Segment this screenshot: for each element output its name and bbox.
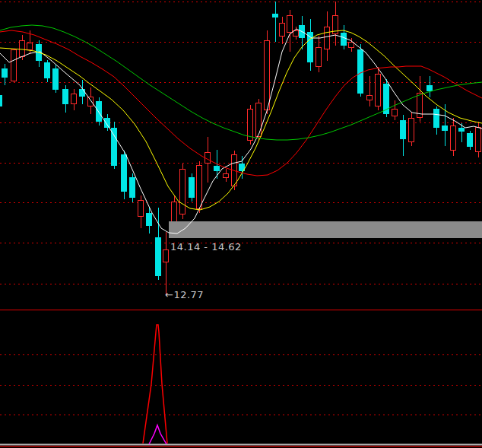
candle-up [280, 24, 285, 37]
candle-up [11, 50, 17, 81]
candle-up [476, 128, 481, 152]
candle-up [293, 31, 299, 37]
candle-up [349, 43, 354, 48]
candle-up [451, 126, 456, 151]
candle-up [376, 75, 381, 106]
candle-down [79, 89, 85, 97]
candle-up [197, 166, 202, 209]
candle-down [52, 68, 59, 90]
candle-down [341, 33, 347, 46]
candle-down [62, 89, 68, 104]
price-range-annotation: 14.14 - 14.62 [170, 242, 242, 252]
candle-down [442, 126, 448, 131]
candle-down [189, 177, 195, 198]
candle-up [138, 201, 144, 217]
candle-down [272, 14, 278, 17]
candle-up [27, 43, 33, 50]
candle-down [111, 128, 117, 166]
candle-down [2, 68, 8, 78]
candle-down [0, 95, 2, 106]
candle-up [392, 110, 398, 116]
candle-down [155, 237, 161, 276]
candle-down [96, 101, 102, 122]
candle-up [265, 41, 270, 110]
candle-up [367, 96, 373, 100]
stock-chart-window: 14.14 - 14.62 ←12.77 [0, 0, 482, 448]
candle-up [172, 202, 177, 224]
candle-up [316, 48, 322, 67]
chart-canvas[interactable] [0, 0, 482, 448]
candle-up [224, 174, 229, 178]
candle-up [163, 250, 169, 262]
indicator-spike-red [143, 325, 167, 443]
price-band [169, 221, 482, 238]
candle-up [180, 170, 186, 214]
indicator-spike-magenta [149, 425, 166, 444]
candle-down [400, 120, 406, 139]
candle-down [433, 109, 439, 128]
candle-down [427, 85, 433, 91]
candle-up [325, 27, 330, 49]
candle-down [129, 177, 135, 198]
candle-down [467, 133, 473, 147]
candle-down [121, 154, 127, 192]
low-price-annotation: ←12.77 [165, 290, 204, 300]
candle-down [146, 213, 152, 226]
candle-up [20, 41, 25, 57]
candle-up [256, 103, 262, 137]
candle-up [88, 97, 94, 106]
candle-down [104, 118, 110, 128]
candle-down [357, 49, 363, 94]
candle-up [287, 16, 293, 33]
candle-down [44, 62, 50, 78]
candle-up [409, 119, 414, 142]
candle-up [248, 110, 253, 141]
candle-down [214, 166, 220, 171]
candle-down [458, 128, 465, 132]
candle-up [71, 94, 77, 104]
